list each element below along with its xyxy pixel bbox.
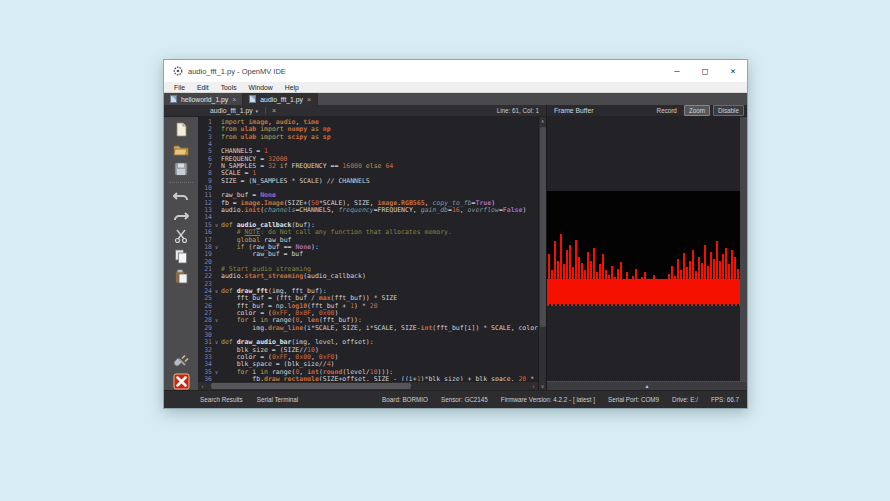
tab-helloworld[interactable]: helloworld_1.py × (164, 93, 243, 105)
fold-gutter (212, 200, 221, 207)
record-button[interactable]: Record (653, 106, 681, 115)
serial-terminal-toggle[interactable]: Serial Terminal (257, 396, 299, 403)
open-document-combo[interactable]: audio_fft_1.py ▾ (210, 107, 258, 114)
hscroll-thumb[interactable] (211, 383, 411, 389)
code-text: N_SAMPLES = 32 if FREQUENCY == 16000 els… (221, 163, 538, 170)
fold-gutter (212, 156, 221, 163)
fold-gutter (212, 185, 221, 192)
tab-close-icon[interactable]: × (232, 96, 236, 103)
window-title: audio_fft_1.py - OpenMV IDE (188, 67, 663, 76)
zoom-button[interactable]: Zoom (684, 105, 710, 116)
code-line: 16 # NOTE: do Not call any function that… (198, 229, 538, 236)
scroll-up-icon[interactable]: ∧ (539, 117, 546, 125)
tab-close-icon[interactable]: × (307, 96, 311, 103)
maximize-button[interactable]: □ (691, 60, 719, 82)
code-line: 7N_SAMPLES = 32 if FREQUENCY == 16000 el… (198, 163, 538, 170)
code-text: color = (0xFF, 0x0F, 0x00) (221, 310, 538, 317)
code-line: 18∨ if (raw_buf == None): (198, 244, 538, 251)
fft-bar (563, 264, 565, 304)
fft-bar (629, 281, 631, 304)
scroll-left-icon[interactable]: ‹ (198, 382, 207, 390)
cut-icon (174, 229, 188, 243)
code-text: fft_buf = np.log10(fft_buf + 1) * 20 (221, 303, 538, 310)
code-line: 31∨def draw_audio_bar(img, level, offset… (198, 339, 538, 346)
fft-bar (644, 272, 646, 304)
fold-gutter (212, 266, 221, 273)
fft-bar (707, 266, 709, 304)
fold-marker-icon[interactable]: ∨ (212, 317, 221, 324)
open-file-button[interactable] (171, 140, 191, 158)
code-line: 6FREQUENCY = 32000 (198, 156, 538, 163)
fold-gutter (212, 361, 221, 368)
cut-button[interactable] (171, 227, 191, 245)
code-line: 9SIZE = (N_SAMPLES * SCALE) // CHANNELS (198, 178, 538, 185)
vertical-scrollbar[interactable]: ∧ ∨ (538, 117, 546, 390)
fold-gutter (212, 229, 221, 236)
paste-button[interactable] (171, 267, 191, 285)
vscroll-thumb[interactable] (540, 127, 546, 327)
hscroll-track[interactable] (207, 382, 529, 390)
fft-bar (551, 270, 553, 304)
copy-button[interactable] (171, 247, 191, 265)
tab-audio-fft[interactable]: audio_fft_1.py × (243, 93, 318, 105)
scroll-down-icon[interactable]: ∨ (539, 382, 546, 390)
fold-gutter (212, 237, 221, 244)
frame-buffer-bottom-bar[interactable]: ▲ (547, 381, 747, 390)
fft-bar (605, 270, 607, 304)
code-editor[interactable]: 1import image, audio, time2from ulab imp… (198, 117, 538, 381)
serial-port-status: Serial Port: COM9 (608, 396, 659, 403)
code-text: raw_buf = None (221, 192, 538, 199)
horizontal-scrollbar[interactable]: ‹ › (198, 381, 538, 390)
redo-icon (173, 210, 189, 222)
menu-file[interactable]: File (168, 84, 191, 91)
frame-buffer-image[interactable] (547, 191, 740, 306)
fft-bar (680, 270, 682, 304)
code-line: 30 (198, 332, 538, 339)
fft-bar (647, 286, 649, 304)
title-bar[interactable]: audio_fft_1.py - OpenMV IDE – □ × (164, 60, 747, 82)
fft-bar (599, 264, 601, 304)
disable-button[interactable]: Disable (713, 105, 744, 116)
frame-buffer-scrollbar[interactable] (740, 117, 747, 381)
fold-marker-icon[interactable]: ∨ (212, 288, 221, 295)
fft-bar (566, 250, 568, 304)
fft-bar (722, 254, 724, 304)
code-line: 4 (198, 141, 538, 148)
fft-bar (686, 267, 688, 304)
code-text: for i in range(0, len(fft_buf)): (221, 317, 538, 324)
code-line: 8SCALE = 1 (198, 170, 538, 177)
code-line: 23 (198, 281, 538, 288)
minimize-button[interactable]: – (663, 60, 691, 82)
fft-bar (569, 245, 571, 304)
menu-edit[interactable]: Edit (191, 84, 215, 91)
scroll-right-icon[interactable]: › (529, 382, 538, 390)
code-text (221, 332, 538, 339)
stop-script-button[interactable] (171, 372, 191, 390)
search-results-toggle[interactable]: Search Results (200, 396, 243, 403)
expand-up-icon[interactable]: ▲ (645, 382, 650, 390)
document-close-icon[interactable]: × (265, 107, 276, 114)
fold-gutter (212, 310, 221, 317)
menu-tools[interactable]: Tools (215, 84, 243, 91)
fold-marker-icon[interactable]: ∨ (212, 369, 221, 376)
vscroll-track[interactable] (539, 125, 546, 382)
menu-window[interactable]: Window (243, 84, 279, 91)
fft-bar (698, 257, 700, 304)
fft-bar (710, 252, 712, 304)
toolbar (164, 117, 198, 390)
code-line: 10 (198, 185, 538, 192)
connect-button[interactable] (171, 352, 191, 370)
fft-bar (668, 274, 670, 305)
undo-button[interactable] (171, 187, 191, 205)
redo-button[interactable] (171, 207, 191, 225)
new-file-button[interactable] (171, 120, 191, 138)
fold-marker-icon[interactable]: ∨ (212, 339, 221, 346)
menu-help[interactable]: Help (279, 84, 305, 91)
fft-bar (713, 259, 715, 304)
fold-marker-icon[interactable]: ∨ (212, 244, 221, 251)
openmv-ide-window: audio_fft_1.py - OpenMV IDE – □ × File E… (163, 59, 748, 409)
close-button[interactable]: × (719, 60, 747, 82)
fold-marker-icon[interactable]: ∨ (212, 222, 221, 229)
save-button[interactable] (171, 160, 191, 178)
code-text: blk_size = (SIZE//10) (221, 347, 538, 354)
